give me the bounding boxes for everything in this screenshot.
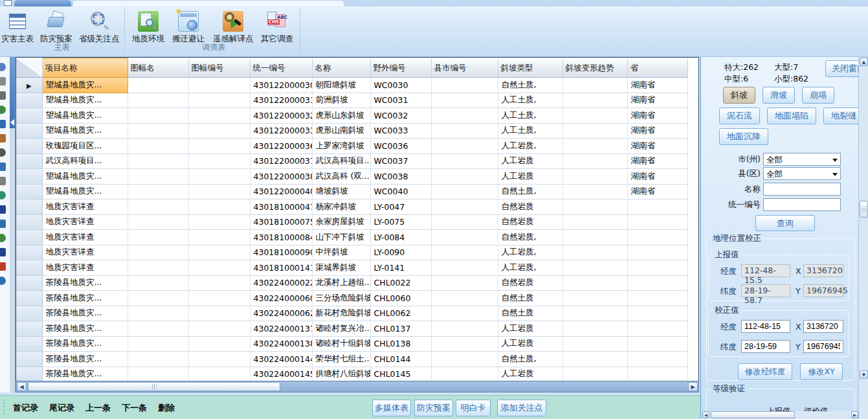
table-cell[interactable] — [431, 184, 498, 199]
splitter-bar[interactable] — [10, 57, 16, 395]
table-cell[interactable]: 茶陵县地质灾... — [42, 291, 128, 306]
table-cell[interactable]: 玫瑰园项目区... — [42, 139, 128, 154]
table-cell[interactable] — [188, 214, 250, 230]
table-cell[interactable] — [562, 336, 627, 352]
table-cell[interactable]: 湖南省 — [627, 93, 687, 108]
table-cell[interactable]: LY-0084 — [370, 230, 431, 245]
table-cell[interactable] — [431, 139, 498, 154]
row-selector[interactable] — [16, 245, 42, 260]
scroll-left-icon[interactable]: ◀ — [17, 382, 27, 391]
table-cell[interactable] — [188, 291, 250, 306]
table-cell[interactable]: 湖南省 — [627, 78, 687, 93]
table-cell[interactable] — [188, 199, 250, 215]
table-cell[interactable]: 自然岩质, — [498, 230, 562, 245]
table-cell[interactable]: 430122000033 — [250, 123, 312, 139]
row-selector[interactable] — [16, 169, 42, 185]
scroll-thumb[interactable] — [711, 411, 795, 418]
table-cell[interactable] — [562, 291, 627, 306]
table-cell[interactable]: 望城县地质灾... — [42, 78, 128, 93]
other-survey-button[interactable]: ABCCHS 其它调查 — [261, 10, 293, 45]
table-cell[interactable]: 430122000037 — [250, 153, 312, 169]
scroll-up-icon[interactable]: ▲ — [860, 58, 868, 66]
table-cell[interactable]: 430224000144 — [250, 352, 312, 367]
collapse-left-icon[interactable] — [10, 119, 14, 126]
table-cell[interactable] — [188, 139, 250, 154]
table-cell[interactable]: 自然岩质 — [498, 214, 562, 230]
left-toolbar-icon[interactable] — [0, 77, 6, 85]
column-header[interactable]: 斜坡变形趋势 — [562, 58, 627, 78]
column-header[interactable]: 名称 — [312, 58, 370, 78]
table-cell[interactable]: 茶陵县地质灾... — [42, 352, 128, 367]
table-cell[interactable] — [627, 352, 687, 367]
unified-code-input[interactable] — [763, 198, 841, 211]
table-cell[interactable] — [562, 199, 627, 215]
row-selector[interactable] — [16, 108, 42, 124]
table-cell[interactable]: 430224000062 — [250, 306, 312, 321]
table-cell[interactable] — [188, 153, 250, 169]
table-cell[interactable] — [128, 214, 188, 230]
table-cell[interactable] — [188, 184, 250, 199]
scroll-right-icon[interactable]: ▶ — [851, 411, 858, 418]
row-selector[interactable] — [16, 123, 42, 139]
table-cell[interactable]: 430224000137 — [250, 321, 312, 337]
table-cell[interactable] — [562, 367, 627, 382]
table-cell[interactable]: CHL0144 — [370, 352, 431, 367]
row-selector-header[interactable] — [16, 58, 42, 78]
table-cell[interactable]: CHL0137 — [370, 321, 431, 337]
table-cell[interactable] — [188, 169, 250, 185]
table-cell[interactable] — [431, 214, 498, 230]
table-cell[interactable]: WC0031 — [370, 93, 431, 108]
table-cell[interactable]: 430181000090 — [250, 245, 312, 260]
table-cell[interactable]: 荣华村七组土... — [312, 352, 370, 367]
table-cell[interactable]: 人工土质, — [498, 93, 562, 108]
row-selector[interactable] — [16, 230, 42, 245]
table-cell[interactable]: 自然土质, — [498, 352, 562, 367]
table-cell[interactable] — [431, 321, 498, 337]
table-cell[interactable] — [431, 260, 498, 276]
table-cell[interactable] — [188, 123, 250, 139]
table-cell[interactable] — [562, 321, 627, 337]
corrected-x-input[interactable] — [803, 320, 843, 333]
left-toolbar-icon[interactable] — [0, 277, 6, 285]
table-cell[interactable] — [431, 291, 498, 306]
row-selector[interactable] — [16, 139, 42, 154]
corrected-lon-input[interactable] — [741, 320, 790, 333]
table-cell[interactable]: 430181000084 — [250, 230, 312, 245]
table-cell[interactable]: 虎形山南斜坡 — [312, 123, 370, 139]
left-toolbar-icon[interactable] — [0, 205, 6, 214]
table-cell[interactable] — [627, 321, 687, 337]
table-cell[interactable] — [431, 306, 498, 321]
table-cell[interactable]: 人工岩质 — [498, 321, 562, 337]
table-cell[interactable] — [128, 291, 188, 306]
table-cell[interactable] — [431, 367, 498, 382]
table-cell[interactable]: 430122000038 — [250, 169, 312, 185]
table-cell[interactable] — [627, 275, 687, 291]
table-cell[interactable] — [562, 245, 627, 260]
table-cell[interactable] — [562, 214, 627, 230]
table-cell[interactable]: WC0038 — [370, 169, 431, 185]
table-cell[interactable]: 湖南省 — [627, 184, 687, 199]
type-button-ground-collapse[interactable]: 地面塌陷 — [767, 108, 816, 124]
province-focus-point-button[interactable]: 省级关注点 — [79, 10, 120, 45]
table-cell[interactable] — [562, 78, 627, 93]
table-cell[interactable] — [188, 367, 250, 382]
row-selector[interactable] — [16, 184, 42, 199]
table-cell[interactable]: 人工岩质 — [498, 367, 562, 382]
table-cell[interactable]: 茶陵县地质灾... — [42, 336, 128, 352]
ribbon-tab-selected[interactable] — [72, 0, 344, 6]
table-cell[interactable]: 人工岩质, — [498, 139, 562, 154]
table-cell[interactable] — [627, 367, 687, 382]
table-cell[interactable]: 湖南省 — [627, 123, 687, 139]
table-cell[interactable]: 诸睦村十组斜坡 — [312, 336, 370, 352]
table-cell[interactable] — [562, 260, 627, 276]
scroll-left-icon[interactable]: ◀ — [702, 411, 709, 418]
table-cell[interactable]: 地质灾害详查 — [42, 230, 128, 245]
table-cell[interactable]: 湖南省 — [627, 169, 687, 185]
row-selector[interactable] — [16, 367, 42, 382]
table-cell[interactable]: 朝阳塘斜坡 — [312, 78, 370, 93]
table-cell[interactable] — [562, 108, 627, 124]
table-cell[interactable]: 人工土质, — [498, 123, 562, 139]
row-selector[interactable] — [16, 275, 42, 291]
row-selector[interactable]: ▶ — [16, 78, 42, 93]
left-toolbar-icon[interactable] — [0, 91, 6, 100]
